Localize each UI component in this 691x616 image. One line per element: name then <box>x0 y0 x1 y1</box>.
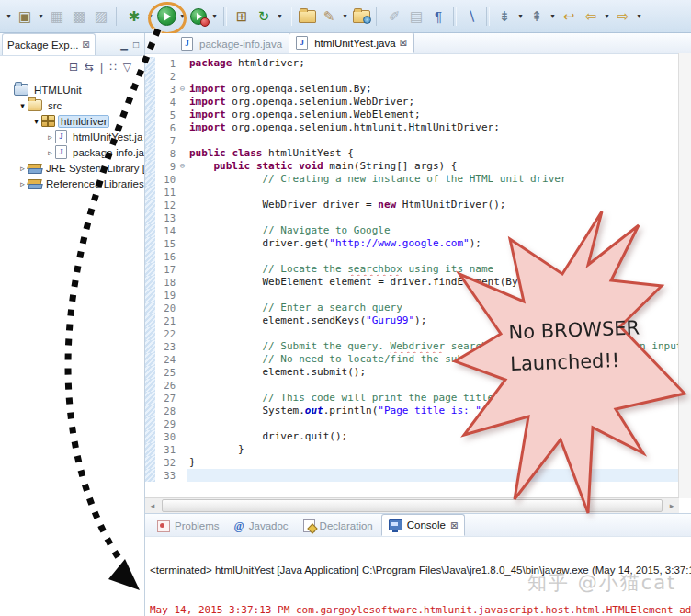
code-line-2[interactable]: 2 <box>145 70 679 83</box>
scroll-left-icon[interactable]: ◂ <box>145 501 160 510</box>
import-folder-icon[interactable] <box>350 6 372 28</box>
print-icon[interactable]: ▨ <box>90 6 112 28</box>
tree-item-jre-system-library-jav[interactable]: ▹JRE System Library [Jav <box>0 160 144 176</box>
code-line-30[interactable]: 30 driver.quit(); <box>145 430 679 443</box>
code-line-29[interactable]: 29 <box>145 417 679 430</box>
scrollbar-thumb[interactable] <box>162 499 663 512</box>
code-line-22[interactable]: 22 <box>145 327 679 340</box>
code-line-27[interactable]: 27 // This code will print the page titl… <box>145 392 679 405</box>
save-icon[interactable]: ▦ <box>46 6 68 28</box>
code-line-5[interactable]: 5import org.openqa.selenium.WebElement; <box>145 108 679 121</box>
mark-occurrences-icon[interactable]: ✐ <box>383 6 405 28</box>
console-tab-declaration[interactable]: Declaration <box>297 516 379 536</box>
code-line-24[interactable]: 24 // No need to locate/find the submit … <box>145 353 679 366</box>
code-line-3[interactable]: 3⊖import org.openqa.selenium.By; <box>145 83 679 96</box>
fold-marker-icon[interactable]: ⊖ <box>177 160 187 173</box>
coverage-icon[interactable]: ↻ <box>253 6 275 28</box>
code-line-23[interactable]: 23 // Submit the query. Webdriver search… <box>145 340 679 353</box>
dropdown-caret-icon[interactable]: ▾ <box>275 6 285 28</box>
last-edit-location-icon[interactable]: ↩ <box>558 6 580 28</box>
tree-item-package-info-ja[interactable]: ▹Jpackage-info.ja <box>0 144 144 160</box>
close-icon[interactable]: ⊠ <box>450 520 458 530</box>
tree-item-htmldriver[interactable]: ▾htmldriver <box>0 113 144 129</box>
tree-expander-icon[interactable]: ▹ <box>45 148 55 157</box>
code-line-21[interactable]: 21 element.sendKeys("Guru99"); <box>145 314 679 327</box>
dropdown-caret-icon[interactable]: ▾ <box>210 6 220 28</box>
tree-item-src[interactable]: ▾src <box>0 97 144 113</box>
close-icon[interactable]: ⊠ <box>82 40 89 50</box>
close-icon[interactable]: ⊠ <box>400 38 407 48</box>
debug-icon[interactable]: ✱ <box>123 6 145 28</box>
new-testcase-icon[interactable]: ⊞ <box>231 6 253 28</box>
show-source-icon[interactable]: ▤ <box>405 6 427 28</box>
tree-item-htmlunityest-ja[interactable]: ▹JhtmlUnitYest.ja <box>0 129 144 144</box>
tree-expander-icon[interactable]: ▾ <box>31 117 41 126</box>
dropdown-caret-icon[interactable]: ▾ <box>602 6 612 28</box>
code-line-12[interactable]: 12 WebDriver driver = new HtmlUnitDriver… <box>145 199 679 211</box>
scroll-right-icon[interactable]: ▸ <box>664 501 679 510</box>
console-tab-console[interactable]: Console⊠ <box>381 514 466 536</box>
run-external-button[interactable] <box>187 6 210 28</box>
dropdown-caret-icon[interactable]: ▾ <box>177 6 187 28</box>
dropdown-caret-icon[interactable]: ▾ <box>4 6 14 28</box>
dropdown-caret-icon[interactable]: ▾ <box>145 6 155 28</box>
console-tab-problems[interactable]: Problems <box>151 516 226 536</box>
collapse-all-icon[interactable]: ⊟ <box>69 61 78 74</box>
code-line-4[interactable]: 4import org.openqa.selenium.WebDriver; <box>145 96 679 108</box>
dropdown-caret-icon[interactable]: ▾ <box>634 6 644 28</box>
code-line-15[interactable]: 15 driver.get("http://www.google.com"); <box>145 237 679 250</box>
code-line-19[interactable]: 19 <box>145 289 679 302</box>
next-annotation-icon[interactable]: ⇟ <box>493 6 515 28</box>
code-line-20[interactable]: 20 // Enter a search query <box>145 302 679 314</box>
dropdown-caret-icon[interactable]: ▾ <box>340 6 350 28</box>
tree-item-htmlunit[interactable]: HTMLUnit <box>0 82 144 97</box>
editor-tab-htmlUnitYest-java[interactable]: JhtmlUnitYest.java⊠ <box>289 32 414 53</box>
new-wizard-icon[interactable]: ▣ <box>14 6 36 28</box>
console-tab-javadoc[interactable]: @Javadoc <box>228 516 295 536</box>
tree-item-referenced-libraries[interactable]: ▹Referenced Libraries <box>0 176 144 191</box>
code-line-18[interactable]: 18 WebElement element = driver.findEleme… <box>145 276 679 289</box>
code-line-25[interactable]: 25 element.submit(); <box>145 366 679 379</box>
code-line-1[interactable]: 1package htmldriver; <box>145 57 679 70</box>
code-line-8[interactable]: 8public class htmlUnitYest { <box>145 147 679 160</box>
focus-icon[interactable]: ∷ <box>109 61 117 74</box>
show-whitespace-icon[interactable]: ¶ <box>427 6 449 28</box>
code-line-13[interactable]: 13 <box>145 211 679 224</box>
dropdown-caret-icon[interactable]: ▾ <box>548 6 558 28</box>
link-with-editor-icon[interactable]: ⇆ <box>85 61 94 74</box>
code-line-16[interactable]: 16 <box>145 250 679 263</box>
code-line-33[interactable]: 33 <box>145 469 679 482</box>
fold-marker-icon[interactable]: ⊖ <box>177 83 187 96</box>
maximize-icon[interactable]: □ <box>133 40 139 50</box>
forward-icon[interactable]: ⇨ <box>612 6 634 28</box>
search-brush-icon[interactable]: ✎ <box>318 6 340 28</box>
tree-expander-icon[interactable]: ▹ <box>17 179 28 188</box>
save-all-icon[interactable]: ▩ <box>68 6 90 28</box>
code-line-6[interactable]: 6import org.openqa.selenium.htmlunit.Htm… <box>145 121 679 134</box>
code-line-28[interactable]: 28 System.out.println("Page title is: " … <box>145 405 679 417</box>
open-task-folder-icon[interactable] <box>296 6 318 28</box>
editor-vertical-scrollbar[interactable] <box>678 53 691 498</box>
tree-expander-icon[interactable]: ▹ <box>45 132 55 142</box>
code-line-32[interactable]: 32} <box>145 456 679 469</box>
tree-expander-icon[interactable]: ▾ <box>17 101 28 110</box>
dropdown-caret-icon[interactable]: ▾ <box>36 6 46 28</box>
code-line-10[interactable]: 10 // Creating a new instance of the HTM… <box>145 173 679 186</box>
block-selection-icon[interactable]: ∖ <box>460 6 482 28</box>
editor-tab-package-info-java[interactable]: Jpackage-info.java <box>175 34 289 53</box>
tree-expander-icon[interactable]: ▹ <box>17 164 28 173</box>
code-line-26[interactable]: 26 <box>145 379 679 392</box>
dropdown-caret-icon[interactable]: ▾ <box>515 6 526 28</box>
code-line-7[interactable]: 7 <box>145 134 679 147</box>
code-line-9[interactable]: 9⊖ public static void main(String[] args… <box>145 160 679 173</box>
run-button[interactable] <box>155 6 177 28</box>
back-icon[interactable]: ⇦ <box>580 6 602 28</box>
package-explorer-tab[interactable]: Package Exp... ⊠ <box>2 33 96 55</box>
code-line-31[interactable]: 31 } <box>145 443 679 456</box>
editor-horizontal-scrollbar[interactable]: ◂ ▸ <box>145 497 679 513</box>
editor-code-area[interactable]: 1package htmldriver;23⊖import org.openqa… <box>145 53 679 498</box>
view-menu-icon[interactable]: ▽ <box>123 61 131 74</box>
code-line-14[interactable]: 14 // Navigate to Google <box>145 224 679 237</box>
code-line-17[interactable]: 17 // Locate the searchbox using its nam… <box>145 263 679 276</box>
code-line-11[interactable]: 11 <box>145 186 679 199</box>
